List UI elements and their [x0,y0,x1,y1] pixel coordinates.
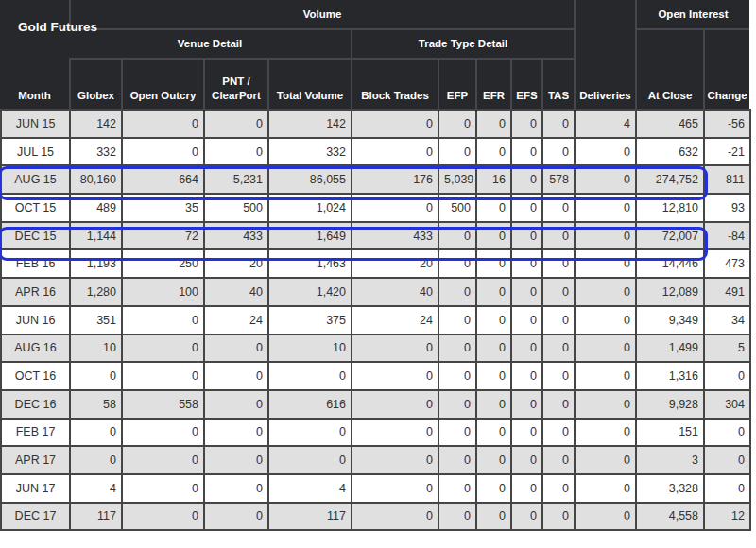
value-cell: 0 [352,362,438,390]
header-deliveries: Deliveries [574,0,635,109]
value-cell: 0 [511,446,542,474]
value-cell: 0 [268,419,352,447]
value-cell: 100 [122,278,204,306]
table-row[interactable]: JUN 1740040000003,3280 [1,474,750,503]
table-row[interactable]: FEB 1700000000001510 [1,419,750,447]
value-cell: 375 [268,306,352,334]
table-row[interactable]: FEB 161,193250201,463200000014,446473 [1,249,750,278]
value-cell: 40 [352,278,438,306]
value-cell: 0 [476,446,511,474]
value-cell: 465 [636,110,704,138]
value-cell: -84 [704,222,750,250]
table-row[interactable]: AUG 161000100000001,4995 [1,334,750,363]
value-cell: 4 [70,474,122,503]
value-cell: 4 [575,110,636,138]
page-title: Gold Futures [18,20,97,36]
value-cell: 3,328 [636,474,704,503]
value-cell: 0 [575,138,636,166]
value-cell: 0 [438,503,476,531]
header-efr: EFR [475,60,510,109]
value-cell: 0 [476,474,511,503]
value-cell: 0 [511,306,542,334]
header-change: Change [703,30,749,109]
value-cell: 304 [704,390,750,419]
value-cell: 1,193 [70,249,122,278]
value-cell: 0 [575,334,636,363]
value-cell: 142 [268,110,352,138]
value-cell: 24 [204,306,268,334]
value-cell: 0 [542,138,575,166]
value-cell: 0 [575,165,636,194]
value-cell: 0 [122,419,204,447]
table-row[interactable]: DEC 17117001170000004,55812 [1,503,750,531]
table-body: JUN 1514200142000004465-56JUL 1533200332… [1,110,750,530]
value-cell: 0 [511,222,542,250]
value-cell: 58 [70,390,122,419]
value-cell: 12,089 [636,278,704,306]
value-cell: 0 [511,503,542,531]
value-cell: 1,024 [268,194,352,222]
value-cell: 0 [575,278,636,306]
value-cell: 0 [542,474,575,503]
gold-futures-table: Gold Futures Month Volume Deliveries Ope… [0,0,749,531]
value-cell: 0 [352,474,438,503]
table-row[interactable]: APR 17000000000030 [1,446,750,474]
value-cell: 34 [704,306,750,334]
header-total-volume: Total Volume [267,60,351,109]
value-cell: 0 [352,390,438,419]
value-cell: 0 [438,138,476,166]
value-cell: 0 [542,278,575,306]
value-cell: 1,649 [268,222,352,250]
table-row[interactable]: DEC 151,144724331,6494330000072,007-84 [1,222,750,250]
value-cell: 433 [352,222,438,250]
header-block-trades: Block Trades [351,60,438,109]
value-cell: 0 [511,278,542,306]
value-cell: 142 [70,110,122,138]
value-cell: 0 [511,419,542,447]
table-row[interactable]: OCT 15489355001,0240500000012,81093 [1,194,750,222]
futures-data-table: JUN 1514200142000004465-56JUL 1533200332… [0,109,751,531]
value-cell: 9,928 [636,390,704,419]
value-cell: 0 [511,249,542,278]
table-row[interactable]: APR 161,280100401,420400000012,089491 [1,278,750,306]
value-cell: 1,420 [268,278,352,306]
value-cell: 0 [438,222,476,250]
value-cell: 664 [122,165,204,194]
table-row[interactable]: AUG 1580,1606645,23186,0551765,039160578… [1,165,750,194]
value-cell: 0 [352,138,438,166]
table-row[interactable]: JUN 1514200142000004465-56 [1,110,750,138]
value-cell: 24 [352,306,438,334]
value-cell: 0 [575,419,636,447]
value-cell: 0 [438,474,476,503]
month-cell: APR 17 [1,446,70,474]
value-cell: 558 [122,390,204,419]
value-cell: 1,316 [636,362,704,390]
value-cell: 0 [268,446,352,474]
table-row[interactable]: JUL 1533200332000000632-21 [1,138,750,166]
value-cell: 0 [476,249,511,278]
value-cell: 0 [352,503,438,531]
value-cell: 35 [122,194,204,222]
value-cell: 0 [438,334,476,363]
month-cell: DEC 17 [1,503,70,531]
value-cell: 0 [704,362,750,390]
value-cell: 332 [70,138,122,166]
table-row[interactable]: DEC 165855806160000009,928304 [1,390,750,419]
value-cell: 0 [352,110,438,138]
value-cell: 0 [575,222,636,250]
value-cell: 40 [204,278,268,306]
value-cell: 0 [575,306,636,334]
table-row[interactable]: JUN 1635102437524000009,34934 [1,306,750,334]
value-cell: 5,231 [204,165,268,194]
table-row[interactable]: OCT 1600000000001,3160 [1,362,750,390]
month-cell: OCT 16 [1,362,70,390]
value-cell: 72 [122,222,204,250]
header-at-close: At Close [635,30,703,109]
value-cell: 0 [476,334,511,363]
value-cell: 0 [476,110,511,138]
value-cell: 0 [511,474,542,503]
header-group-venue-detail: Venue Detail [69,30,351,60]
value-cell: 811 [704,165,750,194]
header-group-trade-type-detail: Trade Type Detail [351,30,574,60]
value-cell: 151 [636,419,704,447]
